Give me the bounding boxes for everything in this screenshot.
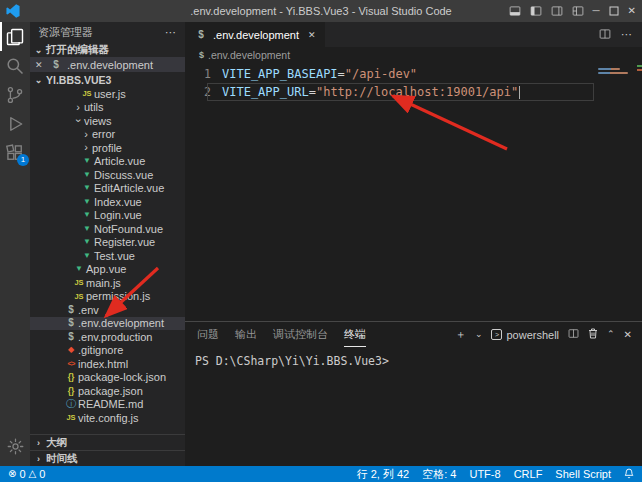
tree-item-README.md[interactable]: ⓘREADME.md [30, 398, 185, 412]
open-editors-section[interactable]: ⌄ 打开的编辑器 [30, 42, 185, 57]
layout-sidebar-icon[interactable] [530, 5, 542, 17]
panel-tab-输出[interactable]: 输出 [235, 322, 257, 347]
close-panel-icon[interactable]: ✕ [624, 330, 632, 340]
split-terminal-icon[interactable] [568, 328, 579, 341]
layout-secondary-sidebar-icon[interactable] [551, 5, 563, 17]
customize-layout-icon[interactable] [572, 5, 584, 17]
source-control-icon[interactable] [0, 80, 30, 109]
env-file-icon: $ [64, 305, 78, 315]
explorer-icon[interactable] [0, 22, 30, 51]
tree-item-Index.vue[interactable]: ▼Index.vue [30, 195, 185, 209]
breadcrumb[interactable]: $ .env.development [185, 47, 642, 63]
language-mode[interactable]: Shell Script [555, 468, 611, 480]
tree-item-NotFound.vue[interactable]: ▼NotFound.vue [30, 222, 185, 236]
shell-selector[interactable]: > powershell [491, 329, 559, 341]
close-button[interactable]: ✕ [628, 6, 636, 16]
extensions-icon[interactable]: 1 [0, 138, 30, 167]
editor-group: $ .env.development ✕ ⋯ $ .env.developmen… [185, 22, 642, 466]
tree-item-App.vue[interactable]: ▼App.vue [30, 263, 185, 277]
maximize-panel-icon[interactable]: ⌃ [607, 330, 615, 339]
project-label: YI.BBS.VUE3 [46, 74, 111, 86]
title-bar: .env.development - Yi.BBS.Vue3 - Visual … [0, 0, 642, 22]
timeline-section[interactable]: › 时间线 [30, 450, 185, 466]
tree-item-EditArticle.vue[interactable]: ▼EditArticle.vue [30, 182, 185, 196]
file-name: package-lock.json [78, 371, 166, 383]
file-name: permission.js [86, 290, 150, 302]
file-name: main.js [86, 277, 121, 289]
run-debug-icon[interactable] [0, 109, 30, 138]
info-file-icon: ⓘ [64, 399, 78, 409]
tab-env-development[interactable]: $ .env.development ✕ [185, 22, 325, 47]
tree-item-error[interactable]: ›error [30, 128, 185, 142]
project-section-header[interactable]: ⌄ YI.BBS.VUE3 [30, 72, 185, 87]
tree-item-package-lock.json[interactable]: {}package-lock.json [30, 371, 185, 385]
terminal-dropdown-icon[interactable]: ⌄ [475, 330, 483, 339]
tree-item-Article.vue[interactable]: ▼Article.vue [30, 155, 185, 169]
tree-item-views[interactable]: ›views [30, 114, 185, 128]
file-name: profile [92, 142, 122, 154]
close-editor-icon[interactable]: ✕ [35, 60, 45, 70]
warning-icon: △ [29, 469, 37, 479]
tree-item-vite.config.js[interactable]: JSvite.config.js [30, 411, 185, 425]
vue-file-icon: ▼ [80, 198, 94, 206]
activity-bar: 1 [0, 22, 30, 466]
file-name: App.vue [86, 263, 126, 275]
outline-section[interactable]: › 大纲 [30, 434, 185, 450]
open-editor-item[interactable]: ✕ $ .env.development [30, 57, 185, 72]
tree-item-.gitignore[interactable]: ◆.gitignore [30, 344, 185, 358]
tree-item-index.html[interactable]: <>index.html [30, 357, 185, 371]
problems-status[interactable]: ⊗ 0 △ 0 [8, 468, 45, 480]
eol-status[interactable]: CRLF [514, 468, 543, 480]
tree-item-package.json[interactable]: {}package.json [30, 384, 185, 398]
indentation-status[interactable]: 空格: 4 [422, 467, 456, 482]
minimap[interactable] [598, 66, 632, 76]
layout-panel-icon[interactable] [509, 5, 521, 17]
cursor-position[interactable]: 行 2, 列 42 [357, 467, 410, 482]
settings-gear-icon[interactable] [0, 432, 30, 461]
tree-item-main.js[interactable]: JSmain.js [30, 276, 185, 290]
file-name: EditArticle.vue [94, 182, 164, 194]
sidebar-more-actions-icon[interactable]: ⋯ [165, 26, 177, 39]
error-icon: ⊗ [8, 469, 16, 479]
tree-item-Discuss.vue[interactable]: ▼Discuss.vue [30, 168, 185, 182]
file-name: index.html [78, 358, 128, 370]
panel-tab-调试控制台[interactable]: 调试控制台 [273, 322, 328, 347]
search-icon[interactable] [0, 51, 30, 80]
tree-item-.env.development[interactable]: $.env.development [30, 317, 185, 331]
terminal-icon: > [491, 329, 502, 340]
tree-item-.env.production[interactable]: $.env.production [30, 330, 185, 344]
tree-item-Register.vue[interactable]: ▼Register.vue [30, 236, 185, 250]
vscode-window: .env.development - Yi.BBS.Vue3 - Visual … [0, 0, 642, 482]
code-editor[interactable]: 1VITE_APP_BASEAPI="/api-dev"2VITE_APP_UR… [185, 63, 642, 321]
file-name: Discuss.vue [94, 169, 153, 181]
tree-item-permission.js[interactable]: JSpermission.js [30, 290, 185, 304]
tree-item-profile[interactable]: ›profile [30, 141, 185, 155]
panel-tab-终端[interactable]: 终端 [344, 322, 366, 347]
split-editor-icon[interactable] [599, 28, 611, 42]
tab-label: .env.development [213, 29, 299, 41]
vue-file-icon: ▼ [80, 225, 94, 233]
tab-close-icon[interactable]: ✕ [308, 30, 316, 40]
chevron-down-icon: ⌄ [33, 75, 44, 85]
notifications-bell-icon[interactable] [624, 468, 634, 481]
tree-item-Login.vue[interactable]: ▼Login.vue [30, 209, 185, 223]
kill-terminal-icon[interactable] [588, 328, 598, 341]
editor-more-actions-icon[interactable]: ⋯ [621, 28, 632, 41]
file-name: user.js [94, 88, 126, 100]
tree-item-utils[interactable]: ›utils [30, 101, 185, 115]
tree-item-user.js[interactable]: JSuser.js [30, 87, 185, 101]
env-file-icon: $ [64, 318, 78, 328]
tree-item-.env[interactable]: $.env [30, 303, 185, 317]
new-terminal-icon[interactable]: ＋ [455, 329, 466, 340]
maximize-button[interactable] [609, 6, 619, 16]
terminal-output[interactable]: PS D:\CSharp\Yi\Yi.BBS.Vue3> [185, 347, 642, 466]
code-line-1[interactable]: 1VITE_APP_BASEAPI="/api-dev" [185, 65, 642, 83]
warning-count: 0 [39, 468, 45, 480]
file-name: .gitignore [78, 344, 123, 356]
minimize-button[interactable]: ─ [593, 6, 600, 16]
panel-tab-问题[interactable]: 问题 [197, 322, 219, 347]
tree-item-Test.vue[interactable]: ▼Test.vue [30, 249, 185, 263]
encoding-status[interactable]: UTF-8 [469, 468, 500, 480]
code-line-2[interactable]: 2VITE_APP_URL="http://localhost:19001/ap… [185, 83, 642, 101]
json-file-icon: {} [64, 387, 78, 396]
